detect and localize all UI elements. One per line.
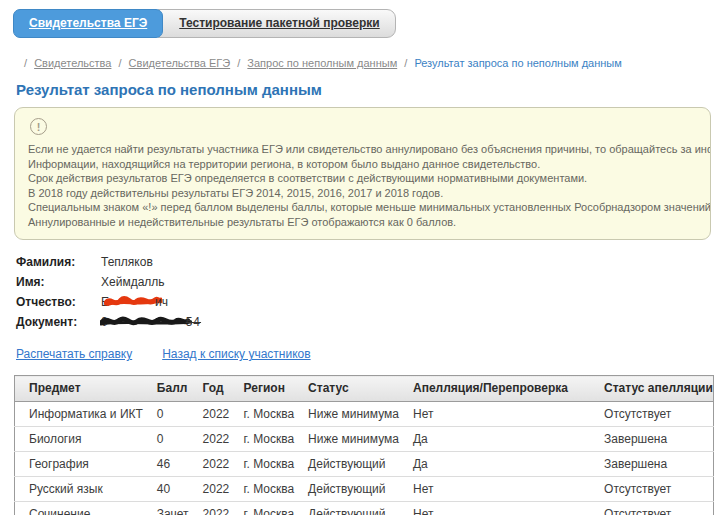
patronymic-value-redacted: Е ич xyxy=(101,292,168,312)
actions-bar: Распечатать справку Назад к списку участ… xyxy=(16,347,728,361)
print-certificate-link[interactable]: Распечатать справку xyxy=(16,347,132,361)
breadcrumb: / Свидетельства / Свидетельства ЕГЭ / За… xyxy=(20,57,728,69)
cell-year: 2022 xyxy=(189,477,230,502)
cell-appeal-status: Отсутствует xyxy=(590,477,713,502)
cell-status: Действующий xyxy=(294,502,399,515)
cell-subject: Информатика и ИКТ xyxy=(15,402,143,427)
red-scribble-redaction xyxy=(104,294,162,310)
cell-status: Ниже минимума xyxy=(294,402,399,427)
cell-appeal: Нет xyxy=(399,477,590,502)
cell-year: 2022 xyxy=(189,502,230,515)
breadcrumb-item-current: Результат запроса по неполным данным xyxy=(414,57,621,69)
notice-line: Если не удается найти результаты участни… xyxy=(28,142,702,157)
document-label: Документ: xyxy=(16,312,101,332)
column-header-subject: Предмет xyxy=(15,376,143,402)
column-header-score: Балл xyxy=(143,376,189,402)
notice-box: ! Если не удается найти результаты участ… xyxy=(14,107,711,240)
tab-bar: Свидетельства ЕГЭ Тестирование пакетной … xyxy=(0,0,728,38)
breadcrumb-separator: / xyxy=(237,57,240,69)
back-to-participants-link[interactable]: Назад к списку участников xyxy=(162,347,310,361)
cell-year: 2022 xyxy=(189,452,230,477)
notice-line: Информации, находящийся на территории ре… xyxy=(28,157,702,172)
results-table: Предмет Балл Год Регион Статус Апелляция… xyxy=(14,375,714,515)
cell-score: Зачет xyxy=(143,502,189,515)
person-patronymic-row: Отчество: Е ич xyxy=(16,292,728,312)
table-row: География 46 2022 г. Москва Действующий … xyxy=(15,452,714,477)
cell-score: 46 xyxy=(143,452,189,477)
notice-line: Срок действия результатов ЕГЭ определяет… xyxy=(28,171,702,186)
cell-subject: Русский язык xyxy=(15,477,143,502)
cell-subject: География xyxy=(15,452,143,477)
surname-value: Тепляков xyxy=(101,252,153,272)
cell-region: г. Москва xyxy=(230,452,295,477)
cell-status: Действующий xyxy=(294,452,399,477)
person-surname-row: Фамилия: Тепляков xyxy=(16,252,728,272)
cell-appeal-status: Отсутствует xyxy=(590,402,713,427)
cell-region: г. Москва xyxy=(230,477,295,502)
cell-appeal: Да xyxy=(399,452,590,477)
table-row: Биология 0 2022 г. Москва Ниже минимума … xyxy=(15,427,714,452)
column-header-region: Регион xyxy=(230,376,295,402)
tab-batch-check-testing[interactable]: Тестирование пакетной проверки xyxy=(158,9,395,38)
column-header-year: Год xyxy=(189,376,230,402)
cell-region: г. Москва xyxy=(230,427,295,452)
column-header-status: Статус xyxy=(294,376,399,402)
black-scribble-redaction xyxy=(100,314,192,330)
document-value-redacted: 0 54 xyxy=(101,312,201,332)
patronymic-label: Отчество: xyxy=(16,292,101,312)
cell-appeal-status: Завершена xyxy=(590,452,713,477)
cell-subject: Сочинение xyxy=(15,502,143,515)
document-suffix: 54 xyxy=(186,312,201,332)
breadcrumb-separator: / xyxy=(24,57,27,69)
cell-appeal: Нет xyxy=(399,502,590,515)
cell-status: Действующий xyxy=(294,477,399,502)
notice-line: В 2018 году действительны результаты ЕГЭ… xyxy=(28,186,702,201)
cell-score: 0 xyxy=(143,427,189,452)
breadcrumb-separator: / xyxy=(118,57,121,69)
cell-score: 40 xyxy=(143,477,189,502)
breadcrumb-separator: / xyxy=(404,57,407,69)
name-value: Хеймдалль xyxy=(101,272,165,292)
column-header-appeal-status: Статус апелляции xyxy=(590,376,713,402)
cell-appeal: Нет xyxy=(399,402,590,427)
person-document-row: Документ: 0 54 xyxy=(16,312,728,332)
exclamation-icon: ! xyxy=(30,118,47,135)
cell-appeal: Да xyxy=(399,427,590,452)
breadcrumb-item-incomplete-data-query[interactable]: Запрос по неполным данным xyxy=(247,57,397,69)
cell-appeal-status: Отсутствует xyxy=(590,502,713,515)
cell-year: 2022 xyxy=(189,427,230,452)
cell-appeal-status: Завершена xyxy=(590,427,713,452)
tab-ege-certificates[interactable]: Свидетельства ЕГЭ xyxy=(13,9,163,38)
table-row: Информатика и ИКТ 0 2022 г. Москва Ниже … xyxy=(15,402,714,427)
table-row: Русский язык 40 2022 г. Москва Действующ… xyxy=(15,477,714,502)
person-name-row: Имя: Хеймдалль xyxy=(16,272,728,292)
cell-region: г. Москва xyxy=(230,402,295,427)
patronymic-suffix: ич xyxy=(155,292,168,312)
table-row: Сочинение Зачет 2022 г. Москва Действующ… xyxy=(15,502,714,515)
cell-score: 0 xyxy=(143,402,189,427)
breadcrumb-item-certificates[interactable]: Свидетельства xyxy=(34,57,111,69)
notice-line: Специальным знаком «!» перед баллом выде… xyxy=(28,200,702,215)
notice-line: Аннулированные и недействительные резуль… xyxy=(28,215,702,230)
column-header-appeal: Апелляция/Перепроверка xyxy=(399,376,590,402)
cell-subject: Биология xyxy=(15,427,143,452)
table-header-row: Предмет Балл Год Регион Статус Апелляция… xyxy=(15,376,714,402)
cell-region: г. Москва xyxy=(230,502,295,515)
person-info: Фамилия: Тепляков Имя: Хеймдалль Отчеств… xyxy=(16,252,728,332)
page-title: Результат запроса по неполным данным xyxy=(16,81,728,98)
cell-status: Ниже минимума xyxy=(294,427,399,452)
breadcrumb-item-ege-certificates[interactable]: Свидетельства ЕГЭ xyxy=(129,57,231,69)
cell-year: 2022 xyxy=(189,402,230,427)
surname-label: Фамилия: xyxy=(16,252,101,272)
name-label: Имя: xyxy=(16,272,101,292)
